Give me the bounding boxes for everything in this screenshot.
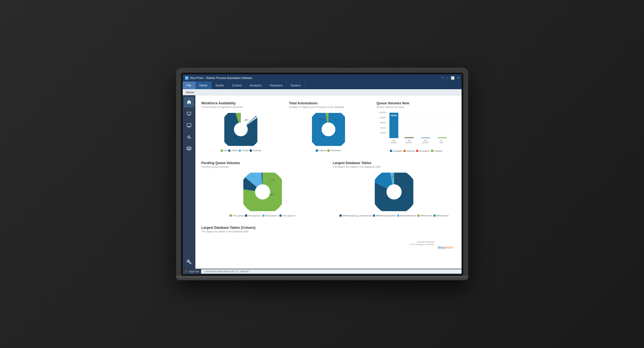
pending-pie: 776 6455 1267 0 [243, 173, 282, 211]
sidebar-item-chart[interactable] [184, 132, 194, 142]
queue-volumes-title: Queue Volumes Now [377, 101, 456, 105]
legend-objects: Objects [316, 149, 326, 152]
sign-out-text[interactable]: Sign Out [189, 270, 199, 273]
close-button[interactable]: ✕ [457, 76, 459, 80]
automations-subtitle: Number of Objects and Processes in the d… [289, 106, 368, 108]
legend-private: Private [239, 149, 249, 152]
menu-system[interactable]: System [287, 81, 305, 89]
activate-title: Activate Windows [410, 241, 434, 243]
package-icon [186, 146, 192, 151]
pending-label: Pending [434, 150, 442, 152]
desktop-icon [186, 123, 192, 128]
svg-text:776: 776 [271, 179, 274, 181]
bar-tq4-pending [438, 137, 446, 138]
svg-text:Queue 3: Queue 3 [422, 142, 429, 144]
workforce-subtitle: Current status of registered resources [201, 106, 280, 108]
objects-label: Objects [319, 149, 326, 152]
dashboard-row-2: Pending Queue Volumes Pending Queue Volu… [199, 159, 458, 219]
svg-text:1267: 1267 [269, 193, 274, 196]
menu-home[interactable]: Home [195, 81, 211, 89]
sidebar-item-monitor[interactable] [184, 108, 194, 119]
queue-volumes-now-card: Queue Volumes Now Queue volumes by statu… [374, 99, 458, 154]
queue-volumes-subtitle: Queue volumes by status [377, 106, 456, 108]
monitor-icon [186, 111, 192, 116]
idle-dot [221, 149, 223, 152]
menu-analytics[interactable]: Analytics [246, 81, 266, 89]
workforce-legend: Idle Offline Private [221, 149, 261, 152]
svg-text:28: 28 [402, 179, 404, 181]
working-dot [250, 149, 252, 152]
largest-db-pie: 4139.66 725.33 143.97... 28 [375, 173, 413, 211]
menu-studio[interactable]: Studio [212, 81, 228, 89]
svg-text:1000000: 1000000 [379, 112, 386, 113]
bar-tq2-deferred [405, 137, 413, 138]
blueprism-logo-area: blueprism [438, 241, 453, 249]
legend-bpaprocess: BPAProcess [417, 214, 432, 217]
svg-text:98: 98 [229, 124, 231, 127]
objects-dot [316, 149, 318, 152]
automations-pie-svg: 1005 34 [312, 113, 345, 146]
legend-bpaaudit: BPAAuditEvents [397, 214, 416, 217]
private-dot [239, 149, 241, 152]
legend-tq2: Test Queue 2 [245, 214, 261, 217]
sidebar-item-desktop[interactable] [184, 120, 194, 130]
legend-tq1: Test Queue [230, 214, 244, 217]
maximize-button[interactable]: ⬜ [451, 76, 455, 80]
automations-pie-container: 1005 34 Objects [289, 111, 368, 152]
sign-out-icon [185, 270, 188, 273]
legend-idle: Idle [221, 149, 227, 152]
complete-label: Complete [393, 150, 402, 152]
svg-text:1005: 1005 [319, 118, 324, 121]
app-layout: Workforce Availability Current status of… [183, 95, 462, 269]
legend-tq3: Test Queue 3 [262, 214, 279, 217]
workforce-availability-card: Workforce Availability Current status of… [199, 99, 282, 154]
window-controls[interactable]: ? — ⬜ ✕ [441, 76, 459, 80]
automations-pie: 1005 34 [312, 113, 345, 146]
sidebar [183, 95, 195, 269]
workforce-title: Workforce Availability [201, 101, 280, 105]
legend-deferred: Deferred [403, 150, 415, 152]
svg-text:Queue: Queue [391, 142, 397, 144]
queue-volumes-svg: 1000000 800000 600000 400000 200000 [377, 111, 456, 148]
activate-goto: Go to Settings to activate [410, 243, 434, 246]
svg-text:6455: 6455 [249, 184, 254, 187]
workforce-pie-svg: 403 98 1 [224, 113, 257, 146]
svg-text:999998: 999998 [391, 115, 397, 116]
menu-file[interactable]: File [183, 81, 196, 89]
legend-bpasession: BPASession [433, 214, 449, 217]
automations-title: Total Automations [289, 101, 368, 105]
menu-releases[interactable]: Releases [266, 81, 287, 89]
tools-icon [186, 259, 192, 265]
sidebar-item-package[interactable] [184, 143, 194, 154]
license-text: Licensed to Blue Prism UK CS - Internal [204, 270, 249, 273]
pending-pie-container: 776 6455 1267 0 [201, 170, 324, 217]
bp-blue-text: blue [438, 245, 444, 249]
queue-volumes-bar-chart: 1000000 800000 600000 400000 200000 [377, 111, 456, 152]
chart-icon [186, 134, 192, 140]
svg-text:Test: Test [424, 140, 427, 142]
offline-dot [228, 149, 230, 152]
deferred-dot [403, 150, 406, 152]
app-icon [185, 76, 189, 80]
pending-queue-title: Pending Queue Volumes [201, 161, 324, 165]
exceptions-dot [416, 150, 418, 152]
svg-text:725.33: 725.33 [381, 197, 387, 200]
svg-text:34: 34 [334, 118, 336, 121]
exceptions-label: Exceptions [419, 150, 430, 152]
laptop-base [176, 276, 468, 280]
breadcrumb: Home [183, 89, 462, 95]
menu-control[interactable]: Control [228, 81, 246, 89]
minimize-button[interactable]: — [446, 76, 449, 80]
svg-text:Test: Test [407, 140, 411, 142]
pending-queue-card: Pending Queue Volumes Pending Queue Volu… [199, 159, 326, 219]
svg-text:0: 0 [253, 175, 254, 178]
largest-db-title: Largest Database Tables [333, 161, 456, 165]
help-button[interactable]: ? [441, 76, 443, 80]
largest-db-column-title: Largest Database Tables (Column) [201, 226, 456, 230]
workforce-pie-container: 403 98 1 [201, 111, 280, 152]
legend-processes: Processes [327, 149, 341, 152]
legend-bpasessionlog: BPASessionLog_NonUnicode [339, 214, 372, 217]
sidebar-item-tools[interactable] [184, 257, 194, 267]
sidebar-item-home[interactable] [184, 97, 194, 107]
pending-dot [431, 150, 433, 152]
